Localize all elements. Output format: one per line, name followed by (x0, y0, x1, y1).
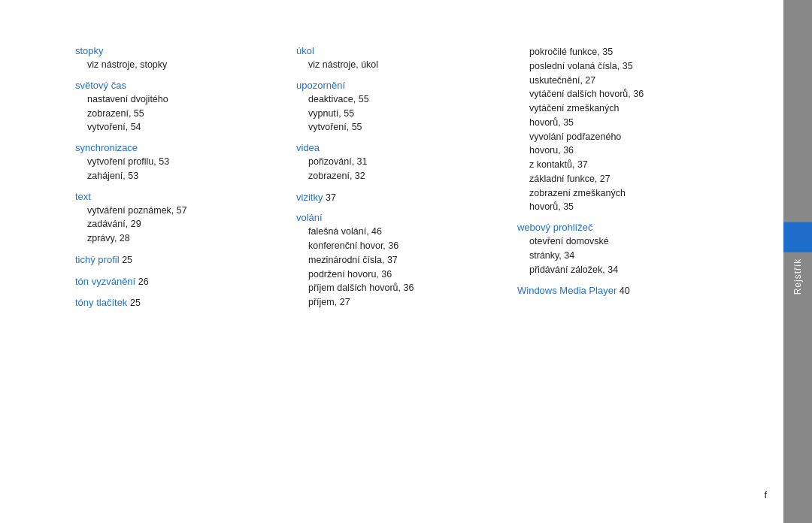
heading-text: text (75, 191, 281, 202)
subitem-web-2: stránky, 34 (517, 249, 723, 263)
number-vizitky: 37 (326, 192, 336, 203)
subitem-vc-10: základní funkce, 27 (517, 172, 723, 186)
subitem-videa-1: pořizování, 31 (296, 155, 502, 169)
entry-synchronizace: synchronizace vytvoření profilu, 53 zahá… (75, 142, 281, 183)
entry-upozorneni: upozornění deaktivace, 55 vypnutí, 55 vy… (296, 80, 502, 135)
heading-tichy-profil: tichý profil (75, 254, 120, 265)
subitem-vc-11: zobrazení zmeškaných (517, 186, 723, 201)
subitem-vc-4: vytáčení dalších hovorů, 36 (517, 87, 723, 101)
entry-tony-tlacítek: tóny tlačítek 25 (75, 296, 281, 310)
entry-volani-continued: pokročilé funkce, 35 poslední volaná čís… (517, 45, 723, 214)
subitem-web-1: otevření domovské (517, 234, 723, 249)
subitem-vc-6: hovorů, 35 (517, 116, 723, 130)
heading-synchronizace: synchronizace (75, 142, 281, 153)
subitem-volani-5: příjem dalších hovorů, 36 (296, 281, 502, 295)
subitem-upoz-1: deaktivace, 55 (296, 92, 502, 107)
subitem-vc-8: hovoru, 36 (517, 144, 723, 158)
entry-webovy-prohlizec: webový prohlížeč otevření domovské strán… (517, 222, 723, 277)
entry-text: text vytváření poznámek, 57 zadávání, 29… (75, 191, 281, 246)
subitem-vc-3: uskutečnění, 27 (517, 74, 723, 88)
sidebar: Rejstřík (783, 0, 812, 523)
columns-wrapper: stopky viz nástroje, stopky světový čas … (75, 45, 738, 493)
heading-vizitky: vizitky (296, 192, 323, 203)
heading-webovy-prohlizec: webový prohlížeč (517, 222, 723, 233)
heading-ukol: úkol (296, 45, 502, 56)
column-3: pokročilé funkce, 35 poslední volaná čís… (517, 45, 738, 493)
subitem-svetovy-1: nastavení dvojitého (75, 92, 281, 107)
number-tichy-profil: 25 (122, 255, 132, 265)
sidebar-tab: Rejstřík (783, 222, 812, 301)
entry-svetovy-cas: světový čas nastavení dvojitého zobrazen… (75, 80, 281, 135)
subitem-volani-6: příjem, 27 (296, 295, 502, 310)
sidebar-label: Rejstřík (792, 252, 803, 301)
subitem-upoz-2: vypnutí, 55 (296, 107, 502, 121)
subitem-volani-4: podržení hovoru, 36 (296, 268, 502, 282)
subitem-vc-5: vytáčení zmeškaných (517, 101, 723, 116)
subitem-vc-2: poslední volaná čísla, 35 (517, 59, 723, 74)
column-1: stopky viz nástroje, stopky světový čas … (75, 45, 296, 493)
subitem-stopky-1: viz nástroje, stopky (75, 58, 281, 72)
entry-videa: videa pořizování, 31 zobrazení, 32 (296, 142, 502, 183)
heading-windows-media-player: Windows Media Player (517, 285, 617, 296)
subitem-videa-2: zobrazení, 32 (296, 169, 502, 183)
subitem-volani-2: konferenční hovor, 36 (296, 239, 502, 253)
page-container: stopky viz nástroje, stopky světový čas … (0, 0, 812, 523)
heading-svetovy-cas: světový čas (75, 80, 281, 91)
entry-vizitky: vizitky 37 (296, 191, 502, 205)
subitem-vc-7: vyvolání podřazeného (517, 130, 723, 144)
subitem-sync-1: vytvoření profilu, 53 (75, 155, 281, 169)
subitem-vc-1: pokročilé funkce, 35 (517, 45, 723, 59)
heading-videa: videa (296, 142, 502, 153)
heading-upozorneni: upozornění (296, 80, 502, 91)
subitem-svetovy-2: zobrazení, 55 (75, 107, 281, 121)
entry-ton-vyzvánění: tón vyzvánění 26 (75, 275, 281, 289)
entry-tichy-profil: tichý profil 25 (75, 253, 281, 268)
column-2: úkol viz nástroje, úkol upozornění deakt… (296, 45, 517, 493)
entry-windows-media-player: Windows Media Player 40 (517, 284, 723, 298)
subitem-text-1: vytváření poznámek, 57 (75, 204, 281, 218)
entry-ukol: úkol viz nástroje, úkol (296, 45, 502, 72)
number-tony-tlacítek: 25 (130, 298, 141, 308)
footer-letter: f (764, 489, 767, 500)
subitem-sync-2: zahájení, 53 (75, 169, 281, 183)
subitem-volani-3: mezinárodní čísla, 37 (296, 253, 502, 268)
subitem-web-3: přidávání záložek, 34 (517, 263, 723, 277)
sidebar-blue-block (783, 222, 812, 252)
heading-volani: volání (296, 212, 502, 223)
main-content: stopky viz nástroje, stopky světový čas … (0, 0, 783, 523)
number-ton-vyzvánění: 26 (138, 277, 149, 287)
subitem-vc-12: hovorů, 35 (517, 200, 723, 214)
subitem-ukol-1: viz nástroje, úkol (296, 58, 502, 72)
entry-volani: volání falešná volání, 46 konferenční ho… (296, 212, 502, 310)
subitem-text-2: zadávání, 29 (75, 217, 281, 231)
entry-stopky: stopky viz nástroje, stopky (75, 45, 281, 72)
heading-ton-vyzvánění: tón vyzvánění (75, 276, 135, 287)
heading-stopky: stopky (75, 45, 281, 56)
subitem-upoz-3: vytvoření, 55 (296, 120, 502, 135)
number-windows-media-player: 40 (620, 286, 630, 296)
subitem-text-3: zprávy, 28 (75, 231, 281, 246)
subitem-vc-9: z kontaktů, 37 (517, 158, 723, 172)
subitem-volani-1: falešná volání, 46 (296, 225, 502, 239)
subitem-svetovy-3: vytvoření, 54 (75, 120, 281, 135)
heading-tony-tlacítek: tóny tlačítek (75, 297, 127, 308)
